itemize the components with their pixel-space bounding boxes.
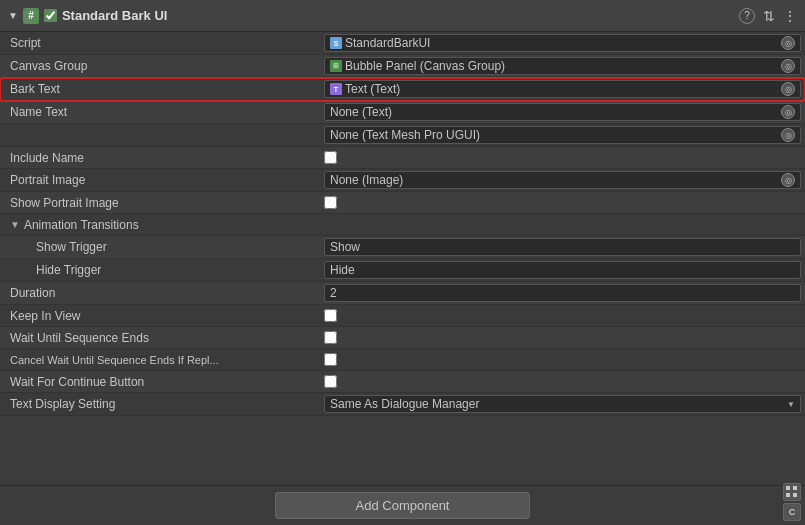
show-trigger-row: Show Trigger bbox=[0, 236, 805, 259]
bark-text-pick-btn[interactable]: ◎ bbox=[781, 82, 795, 96]
name-text-row1: Name Text None (Text) ◎ bbox=[0, 101, 805, 124]
inspector-panel: ▼ # Standard Bark UI ? ⇅ ⋮ Script S Stan… bbox=[0, 0, 805, 525]
wait-continue-label: Wait For Continue Button bbox=[0, 375, 320, 389]
content-area: Script S StandardBarkUI ◎ Canvas Group bbox=[0, 32, 805, 485]
keep-in-view-checkbox[interactable] bbox=[324, 309, 337, 322]
duration-value-col bbox=[320, 283, 805, 303]
include-name-label: Include Name bbox=[0, 151, 320, 165]
name-text-value-col1: None (Text) ◎ bbox=[320, 102, 805, 122]
keep-in-view-label: Keep In View bbox=[0, 309, 320, 323]
duration-row: Duration bbox=[0, 282, 805, 305]
show-trigger-input[interactable] bbox=[324, 238, 801, 256]
side-buttons: C bbox=[783, 483, 801, 521]
wait-continue-value-col bbox=[320, 374, 805, 389]
hide-trigger-value-col bbox=[320, 260, 805, 280]
wait-until-row: Wait Until Sequence Ends bbox=[0, 327, 805, 349]
text-icon: T bbox=[330, 83, 342, 95]
name-text-row2: None (Text Mesh Pro UGUI) ◎ bbox=[0, 124, 805, 147]
name-text-pick-btn2[interactable]: ◎ bbox=[781, 128, 795, 142]
script-pick-btn[interactable]: ◎ bbox=[781, 36, 795, 50]
grid-icon bbox=[786, 486, 798, 498]
show-portrait-value-col bbox=[320, 195, 805, 210]
portrait-image-label: Portrait Image bbox=[0, 173, 320, 187]
script-row: Script S StandardBarkUI ◎ bbox=[0, 32, 805, 55]
include-name-checkbox[interactable] bbox=[324, 151, 337, 164]
show-trigger-label: Show Trigger bbox=[0, 240, 320, 254]
wait-until-label: Wait Until Sequence Ends bbox=[0, 331, 320, 345]
panel-header: ▼ # Standard Bark UI ? ⇅ ⋮ bbox=[0, 0, 805, 32]
enable-checkbox[interactable] bbox=[44, 9, 57, 22]
c-icon: C bbox=[789, 507, 796, 517]
portrait-image-field[interactable]: None (Image) ◎ bbox=[324, 171, 801, 189]
duration-input[interactable] bbox=[324, 284, 801, 302]
bark-text-label: Bark Text bbox=[0, 82, 320, 96]
text-display-value-col: Same As Dialogue Manager ▼ bbox=[320, 394, 805, 414]
footer: Add Component C bbox=[0, 485, 805, 525]
keep-in-view-value-col bbox=[320, 308, 805, 323]
hide-trigger-row: Hide Trigger bbox=[0, 259, 805, 282]
c-btn[interactable]: C bbox=[783, 503, 801, 521]
portrait-image-row: Portrait Image None (Image) ◎ bbox=[0, 169, 805, 192]
more-icon[interactable]: ⋮ bbox=[783, 8, 797, 24]
hide-trigger-label: Hide Trigger bbox=[0, 263, 320, 277]
name-text-field2[interactable]: None (Text Mesh Pro UGUI) ◎ bbox=[324, 126, 801, 144]
show-portrait-checkbox[interactable] bbox=[324, 196, 337, 209]
add-component-button[interactable]: Add Component bbox=[275, 492, 531, 519]
bark-text-row: Bark Text T Text (Text) ◎ bbox=[0, 78, 805, 101]
include-name-value-col bbox=[320, 150, 805, 165]
animation-transitions-row: ▼ Animation Transitions bbox=[0, 214, 805, 236]
name-text-pick-btn1[interactable]: ◎ bbox=[781, 105, 795, 119]
help-icon[interactable]: ? bbox=[739, 8, 755, 24]
canvas-group-field[interactable]: ⊞ Bubble Panel (Canvas Group) ◎ bbox=[324, 57, 801, 75]
animation-transitions-value-col bbox=[320, 224, 805, 226]
grid-view-btn[interactable] bbox=[783, 483, 801, 501]
portrait-image-pick-btn[interactable]: ◎ bbox=[781, 173, 795, 187]
hide-trigger-input[interactable] bbox=[324, 261, 801, 279]
wait-until-checkbox[interactable] bbox=[324, 331, 337, 344]
anim-fold-icon[interactable]: ▼ bbox=[10, 219, 20, 230]
fold-arrow[interactable]: ▼ bbox=[8, 10, 18, 21]
canvas-group-label: Canvas Group bbox=[0, 59, 320, 73]
canvas-group-value-col: ⊞ Bubble Panel (Canvas Group) ◎ bbox=[320, 56, 805, 76]
show-portrait-label: Show Portrait Image bbox=[0, 196, 320, 210]
duration-label: Duration bbox=[0, 286, 320, 300]
cancel-wait-checkbox[interactable] bbox=[324, 353, 337, 366]
portrait-image-value-col: None (Image) ◎ bbox=[320, 170, 805, 190]
script-label: Script bbox=[0, 36, 320, 50]
header-icons: ? ⇅ ⋮ bbox=[739, 8, 797, 24]
bark-text-value-col: T Text (Text) ◎ bbox=[320, 79, 805, 99]
component-icon: # bbox=[23, 8, 39, 24]
text-display-label: Text Display Setting bbox=[0, 397, 320, 411]
show-trigger-value-col bbox=[320, 237, 805, 257]
script-field[interactable]: S StandardBarkUI ◎ bbox=[324, 34, 801, 52]
canvas-group-pick-btn[interactable]: ◎ bbox=[781, 59, 795, 73]
dropdown-arrow-icon: ▼ bbox=[787, 400, 795, 409]
preset-icon[interactable]: ⇅ bbox=[763, 8, 775, 24]
panel-title: Standard Bark UI bbox=[62, 8, 734, 23]
show-portrait-row: Show Portrait Image bbox=[0, 192, 805, 214]
wait-until-value-col bbox=[320, 330, 805, 345]
text-display-row: Text Display Setting Same As Dialogue Ma… bbox=[0, 393, 805, 416]
script-icon: S bbox=[330, 37, 342, 49]
script-value-col: S StandardBarkUI ◎ bbox=[320, 33, 805, 53]
canvas-group-row: Canvas Group ⊞ Bubble Panel (Canvas Grou… bbox=[0, 55, 805, 78]
animation-transitions-label: ▼ Animation Transitions bbox=[0, 218, 320, 232]
cancel-wait-value-col bbox=[320, 352, 805, 367]
wait-continue-row: Wait For Continue Button bbox=[0, 371, 805, 393]
keep-in-view-row: Keep In View bbox=[0, 305, 805, 327]
cancel-wait-label: Cancel Wait Until Sequence Ends If Repl.… bbox=[0, 354, 320, 366]
bark-text-field[interactable]: T Text (Text) ◎ bbox=[324, 80, 801, 98]
wait-continue-checkbox[interactable] bbox=[324, 375, 337, 388]
cancel-wait-row: Cancel Wait Until Sequence Ends If Repl.… bbox=[0, 349, 805, 371]
text-display-dropdown[interactable]: Same As Dialogue Manager ▼ bbox=[324, 395, 801, 413]
name-text-label: Name Text bbox=[0, 105, 320, 119]
include-name-row: Include Name bbox=[0, 147, 805, 169]
name-text-value-col2: None (Text Mesh Pro UGUI) ◎ bbox=[320, 125, 805, 145]
bubble-icon: ⊞ bbox=[330, 60, 342, 72]
name-text-field1[interactable]: None (Text) ◎ bbox=[324, 103, 801, 121]
